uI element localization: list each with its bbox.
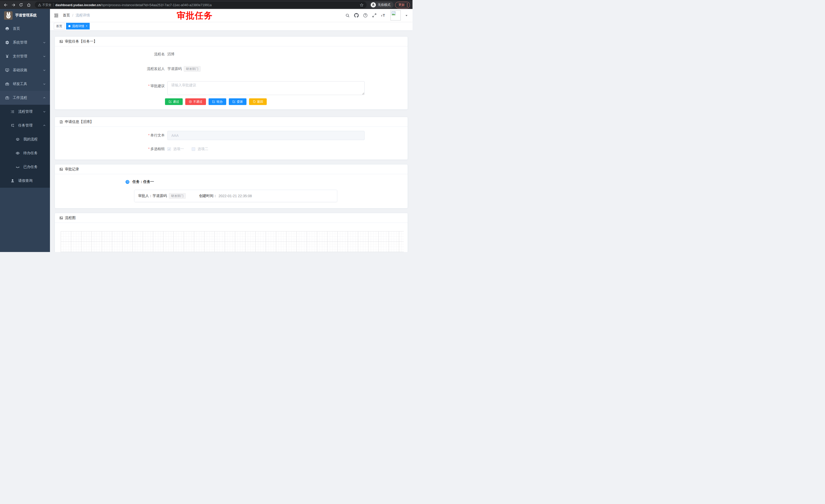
record-task-title: 任务：任务一	[133, 179, 154, 184]
advice-label: *审批建议	[55, 81, 165, 90]
browser-menu-icon[interactable]	[407, 3, 407, 7]
briefcase-icon	[5, 96, 9, 100]
single-line-text-input[interactable]	[167, 131, 365, 140]
tab-home[interactable]: 首页	[54, 23, 65, 29]
checkbox-option-1[interactable]: 选项一	[167, 147, 184, 151]
reject-button[interactable]: 不通过	[185, 98, 206, 105]
sidebar-item-my-process[interactable]: 我的流程	[0, 133, 50, 146]
list-tree-icon	[10, 110, 15, 114]
sidebar-item-system[interactable]: 系统管理	[0, 35, 50, 50]
help-icon[interactable]	[363, 13, 368, 18]
process-name-value: 滔博	[167, 52, 174, 57]
sidebar-item-workflow[interactable]: 工作流程	[0, 91, 50, 105]
eye-icon	[16, 151, 20, 155]
approver-name: 芋道源码	[152, 194, 167, 198]
tab-process-detail[interactable]: 流程详情 ×	[66, 23, 90, 29]
checkbox-group-label: *多选框组	[55, 147, 165, 151]
picture-icon	[60, 216, 63, 220]
tab-close-icon[interactable]: ×	[86, 25, 87, 27]
delegate-button[interactable]: 委派	[229, 98, 246, 105]
chevron-down-icon	[43, 82, 46, 86]
timeline-clock-icon	[126, 180, 129, 184]
app-logo[interactable]: 芋道管理系统	[0, 9, 50, 22]
sidebar-item-pay[interactable]: 支付管理	[0, 50, 50, 63]
url-bar[interactable]: 不安全 dashboard.yudao.iocoder.cn/bpm/proce…	[35, 2, 367, 8]
flow-branch-icon	[10, 123, 15, 128]
chevron-up-icon	[43, 96, 46, 99]
sidebar-item-leave-query[interactable]: 请假查询	[0, 174, 50, 188]
approver-label: 审批人：	[138, 194, 152, 198]
back-icon[interactable]	[3, 2, 9, 8]
created-time-value: 2022-01-21 22:35:08	[219, 194, 252, 198]
yen-icon	[5, 54, 9, 58]
monitor-icon	[5, 68, 9, 72]
font-size-icon[interactable]: TT	[381, 13, 386, 18]
application-card-title: 申请信息【滔博】	[65, 119, 93, 124]
browser-update-button[interactable]: 更新	[395, 2, 410, 8]
gear-icon	[5, 40, 9, 45]
sidebar-toggle-icon[interactable]	[54, 13, 59, 18]
sidebar-item-devtools[interactable]: 研发工具	[0, 77, 50, 91]
circle-close-icon	[189, 100, 192, 103]
chevron-down-icon	[43, 69, 46, 72]
advice-textarea[interactable]	[167, 81, 365, 95]
picture-icon	[60, 40, 63, 43]
required-asterisk: *	[148, 133, 150, 137]
robot-face-icon	[16, 137, 20, 141]
warning-icon	[38, 3, 41, 7]
github-icon[interactable]	[354, 13, 359, 18]
approve-button[interactable]: 通过	[165, 98, 183, 105]
approval-card-header: 审批任务【任务一】	[55, 36, 407, 47]
breadcrumb-home[interactable]: 首页	[63, 13, 70, 18]
edit-icon	[232, 100, 235, 103]
return-button[interactable]: 退回	[249, 98, 267, 105]
records-card-title: 审批记录	[65, 167, 79, 172]
workflow-submenu: 流程管理 任务管理 我的流程 待办任务	[0, 105, 50, 188]
logo-rabbit-image	[4, 11, 12, 20]
checkbox-option-2[interactable]: 选项二	[192, 147, 208, 151]
refresh-left-icon	[253, 100, 256, 103]
eye-closed-icon	[16, 165, 20, 169]
svg-text:T: T	[383, 13, 385, 17]
not-secure-warning[interactable]: 不安全	[38, 3, 52, 7]
sidebar-item-process-mgmt[interactable]: 流程管理	[0, 105, 50, 118]
browser-toolbar: 不安全 dashboard.yudao.iocoder.cn/bpm/proce…	[0, 0, 412, 9]
user-avatar[interactable]	[390, 10, 401, 20]
records-card-header: 审批记录	[55, 164, 407, 174]
application-card-header: 申请信息【滔博】	[55, 117, 407, 127]
checkbox-unchecked-icon	[192, 147, 195, 151]
edit-icon	[169, 100, 172, 103]
incognito-badge: 无痕模式	[370, 2, 393, 8]
approval-task-card: 审批任务【任务一】 流程名 滔博 流程发起人 芋道源码 研发部门	[55, 36, 408, 110]
sidebar-item-home[interactable]: 首页	[0, 22, 50, 35]
url-text[interactable]: dashboard.yudao.iocoder.cn/bpm/process-i…	[55, 3, 212, 7]
sidebar: 芋道管理系统 首页 系统管理 支付管理 基础设施	[0, 9, 50, 252]
sidebar-item-task-mgmt[interactable]: 任务管理	[0, 118, 50, 133]
sidebar-item-todo-tasks[interactable]: 待办任务	[0, 146, 50, 160]
sidebar-item-done-tasks[interactable]: 已办任务	[0, 160, 50, 174]
transfer-button[interactable]: 转办	[209, 98, 226, 105]
edit-icon	[212, 100, 215, 103]
app-title: 芋道管理系统	[15, 13, 36, 18]
record-detail-box: 审批人： 芋道源码 研发部门 创建时间： 2022-01-21 22:35:08	[134, 190, 337, 202]
home-icon[interactable]	[26, 2, 32, 8]
chevron-down-icon	[43, 110, 46, 113]
chevron-up-icon	[43, 124, 46, 127]
search-icon[interactable]	[346, 13, 350, 18]
sidebar-item-infra[interactable]: 基础设施	[0, 63, 50, 77]
fullscreen-icon[interactable]	[372, 13, 377, 18]
breadcrumb: 首页 / 流程详情	[63, 13, 90, 18]
svg-text:T: T	[381, 15, 382, 17]
forward-icon[interactable]	[10, 2, 16, 8]
avatar-caret-icon[interactable]	[405, 14, 408, 17]
created-time-label: 创建时间：	[199, 194, 217, 198]
incognito-icon	[371, 2, 376, 7]
app-header: 首页 / 流程详情 审批任务 TT	[50, 9, 412, 22]
reload-icon[interactable]	[18, 2, 24, 8]
broken-image-icon	[391, 11, 396, 16]
dashboard-icon	[5, 27, 9, 31]
text-field-label: *单行文本	[55, 133, 165, 138]
bookmark-star-icon[interactable]	[360, 3, 364, 7]
diagram-card-header: 流程图	[55, 213, 407, 223]
bpmn-canvas[interactable]	[61, 231, 404, 252]
